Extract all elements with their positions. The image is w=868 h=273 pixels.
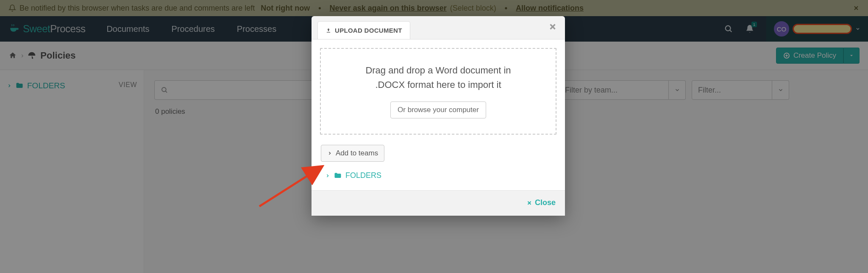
- modal-folders-label: FOLDERS: [345, 171, 381, 180]
- filter-by-team-placeholder: Filter by team...: [559, 80, 669, 100]
- sidebar: FOLDERS VIEW: [0, 70, 144, 273]
- sidebar-folders-toggle[interactable]: FOLDERS: [7, 81, 137, 90]
- notification-message: Be notified by this browser when tasks a…: [19, 4, 255, 13]
- create-policy-label: Create Policy: [793, 51, 836, 60]
- nav-links: Documents Procedures Processes: [106, 24, 276, 34]
- sidebar-folders-label: FOLDERS: [27, 81, 65, 90]
- logo[interactable]: SweetProcess: [8, 23, 85, 35]
- chevron-down-icon: [669, 80, 686, 100]
- add-to-teams-button[interactable]: Add to teams: [321, 145, 384, 162]
- bell-icon: [8, 4, 16, 12]
- chevron-down-icon: [855, 26, 860, 31]
- upload-document-tab[interactable]: UPLOAD DOCUMENT: [317, 21, 410, 39]
- search-icon[interactable]: [724, 24, 733, 34]
- dropzone[interactable]: Drag and drop a Word document in .DOCX f…: [320, 48, 556, 135]
- breadcrumb-title: Policies: [40, 50, 75, 61]
- nav-processes[interactable]: Processes: [237, 24, 276, 34]
- close-icon[interactable]: [853, 5, 860, 11]
- nav-documents[interactable]: Documents: [106, 24, 149, 34]
- browse-computer-button[interactable]: Or browse your computer: [390, 101, 486, 118]
- create-policy-dropdown[interactable]: [843, 48, 860, 64]
- modal-close-icon[interactable]: [548, 22, 557, 31]
- allow-notifications-link[interactable]: Allow notifications: [516, 4, 584, 13]
- user-name-redacted: [793, 24, 852, 34]
- add-to-teams-label: Add to teams: [336, 149, 378, 158]
- notifications-icon[interactable]: 1: [745, 24, 754, 34]
- filter-select[interactable]: Filter...: [692, 80, 789, 100]
- avatar: CO: [774, 21, 789, 37]
- filter-by-team-select[interactable]: Filter by team...: [559, 80, 686, 100]
- breadcrumb-separator: ›: [21, 52, 23, 59]
- user-menu[interactable]: CO: [766, 16, 868, 42]
- filter-placeholder: Filter...: [692, 80, 772, 100]
- create-policy-button[interactable]: Create Policy: [776, 48, 843, 64]
- svg-point-2: [162, 87, 166, 92]
- chevron-down-icon: [772, 80, 789, 100]
- select-block-hint: (Select block): [450, 4, 496, 13]
- view-label[interactable]: VIEW: [119, 81, 137, 89]
- nav-procedures[interactable]: Procedures: [172, 24, 215, 34]
- logo-text-sweet: Sweet: [23, 23, 50, 34]
- modal-close-label: Close: [535, 198, 556, 207]
- dropzone-text-line1: Drag and drop a Word document in: [334, 63, 543, 78]
- logo-text-process: Process: [50, 23, 85, 34]
- dropzone-text-line2: .DOCX format here to import it: [334, 78, 543, 92]
- logo-cup-icon: [8, 23, 19, 34]
- upload-document-tab-label: UPLOAD DOCUMENT: [335, 27, 402, 34]
- modal-folders-toggle[interactable]: FOLDERS: [325, 171, 556, 180]
- home-icon[interactable]: [8, 51, 17, 60]
- separator-dot: •: [505, 4, 507, 13]
- upload-document-modal: UPLOAD DOCUMENT Drag and drop a Word doc…: [312, 16, 565, 216]
- notification-badge: 1: [751, 22, 757, 27]
- browser-notification-bar: Be notified by this browser when tasks a…: [0, 0, 868, 16]
- separator-dot: •: [318, 4, 321, 13]
- umbrella-icon: [28, 51, 36, 60]
- modal-close-link[interactable]: Close: [526, 198, 556, 207]
- not-right-now-link[interactable]: Not right now: [261, 4, 310, 13]
- svg-point-0: [726, 26, 731, 31]
- never-ask-link[interactable]: Never ask again on this browser: [330, 4, 447, 13]
